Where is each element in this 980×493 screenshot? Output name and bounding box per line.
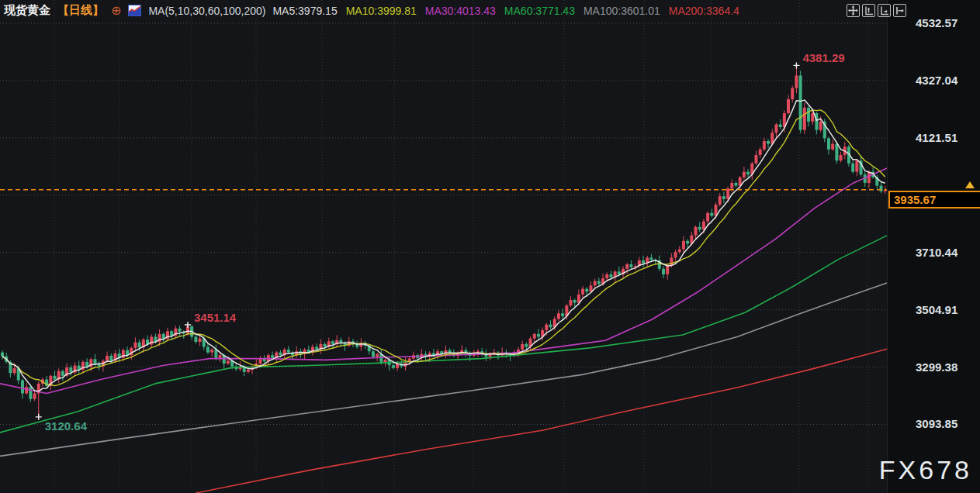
candle-up — [674, 252, 677, 257]
candle-up — [210, 350, 213, 353]
candle-down — [279, 353, 282, 356]
candle-up — [13, 368, 16, 373]
candle-up — [227, 360, 230, 364]
current-price-box: 3935.67 — [888, 191, 980, 209]
chart-toolbar — [847, 4, 906, 17]
price-tick-label: 4532.57 — [916, 16, 957, 29]
ma-value-label: MA100:3601.01 — [583, 5, 660, 17]
price-up-arrow-icon — [965, 181, 975, 188]
candle-up — [625, 264, 629, 269]
candle-up — [831, 144, 834, 150]
candle-up — [33, 394, 36, 399]
candle-down — [710, 213, 713, 216]
chart-window: 4381.293451.143120.64 现货黄金 【日线】 ⊕ MA(5,1… — [0, 0, 980, 493]
price-annotation: 3120.64 — [45, 419, 88, 433]
x-axis-scale-button[interactable] — [878, 4, 891, 17]
candle-down — [29, 387, 32, 398]
candle-up — [706, 213, 709, 222]
candle-up — [702, 222, 705, 230]
candle-down — [54, 376, 57, 380]
candle-up — [763, 141, 766, 150]
candle-down — [807, 108, 810, 122]
candle-down — [206, 346, 210, 352]
candle-down — [629, 264, 632, 267]
ma-values: MA5:3979.15MA10:3999.81MA30:4013.43MA60:… — [272, 5, 739, 17]
candle-down — [734, 183, 737, 186]
candle-down — [315, 346, 318, 350]
candle-up — [25, 387, 28, 393]
price-tick-label: 3299.38 — [916, 360, 957, 374]
candle-down — [799, 75, 802, 129]
ma-line-ma60 — [0, 236, 887, 433]
candle-up — [678, 250, 681, 253]
candle-down — [109, 356, 113, 360]
candle-up — [376, 354, 379, 357]
candle-up — [774, 124, 777, 133]
candle-down — [767, 141, 770, 144]
candle-up — [819, 122, 822, 130]
candle-up — [533, 334, 536, 339]
ma-line-ma200 — [196, 349, 887, 493]
period-label: 【日线】 — [57, 3, 104, 18]
price-axis[interactable]: 4532.574327.044121.513710.443504.913299.… — [887, 0, 980, 493]
candle-up — [840, 155, 843, 160]
candle-down — [573, 300, 577, 303]
candle-up — [521, 344, 524, 350]
y-axis-scale-button[interactable] — [862, 4, 875, 17]
chart-header: 现货黄金 【日线】 ⊕ MA(5,10,30,60,100,200) MA5:3… — [4, 3, 739, 18]
candle-up — [199, 339, 202, 342]
candle-down — [287, 350, 290, 353]
candle-up — [581, 289, 584, 295]
price-tick-label: 4121.51 — [916, 131, 957, 144]
price-annotation: 3451.14 — [194, 311, 237, 324]
candle-down — [880, 186, 883, 191]
candle-up — [811, 113, 814, 122]
extreme-marker — [185, 322, 191, 328]
candle-down — [585, 289, 588, 292]
candle-down — [835, 144, 838, 161]
y-axis-scale-icon — [864, 5, 874, 16]
ma-line-ma30 — [0, 168, 887, 394]
candle-down — [561, 313, 564, 316]
globe-icon[interactable]: ⊕ — [111, 5, 121, 17]
candle-down — [597, 281, 601, 284]
candle-up — [855, 160, 858, 171]
candle-up — [545, 325, 548, 330]
shift-right-button[interactable] — [893, 4, 906, 17]
candle-up — [569, 300, 572, 305]
candle-down — [609, 274, 612, 278]
candle-down — [549, 325, 552, 328]
candle-down — [698, 227, 701, 230]
ma-value-label: MA30:4013.43 — [425, 5, 496, 17]
kline-chart-icon[interactable] — [128, 5, 141, 16]
candle-down — [194, 336, 197, 341]
x-axis-scale-icon — [879, 5, 889, 16]
candle-down — [746, 172, 750, 175]
candle-down — [642, 260, 645, 264]
candle-down — [851, 164, 854, 172]
candle-up — [247, 370, 250, 372]
price-tick-label: 3093.85 — [916, 417, 957, 430]
candle-down — [722, 196, 725, 199]
candle-up — [719, 196, 722, 205]
candle-down — [331, 341, 334, 344]
candle-up — [682, 241, 685, 250]
candle-up — [867, 172, 871, 183]
candle-up — [133, 343, 137, 348]
candle-up — [258, 359, 261, 364]
ma-line-ma100 — [0, 283, 887, 456]
candle-down — [93, 359, 96, 364]
current-price-value: 3935.67 — [894, 193, 936, 206]
candle-up — [694, 227, 698, 236]
price-tick-label: 3710.44 — [916, 246, 957, 259]
candle-up — [730, 183, 733, 188]
candle-down — [686, 241, 689, 244]
candle-up — [759, 150, 762, 155]
candle-down — [618, 271, 621, 274]
candle-down — [138, 343, 141, 347]
pan-crosshair-button[interactable] — [847, 4, 860, 17]
candle-down — [815, 113, 818, 130]
price-tick-label: 4327.04 — [916, 74, 957, 87]
candlestick-chart[interactable]: 4381.293451.143120.64 — [0, 0, 980, 493]
candle-down — [1, 353, 4, 357]
